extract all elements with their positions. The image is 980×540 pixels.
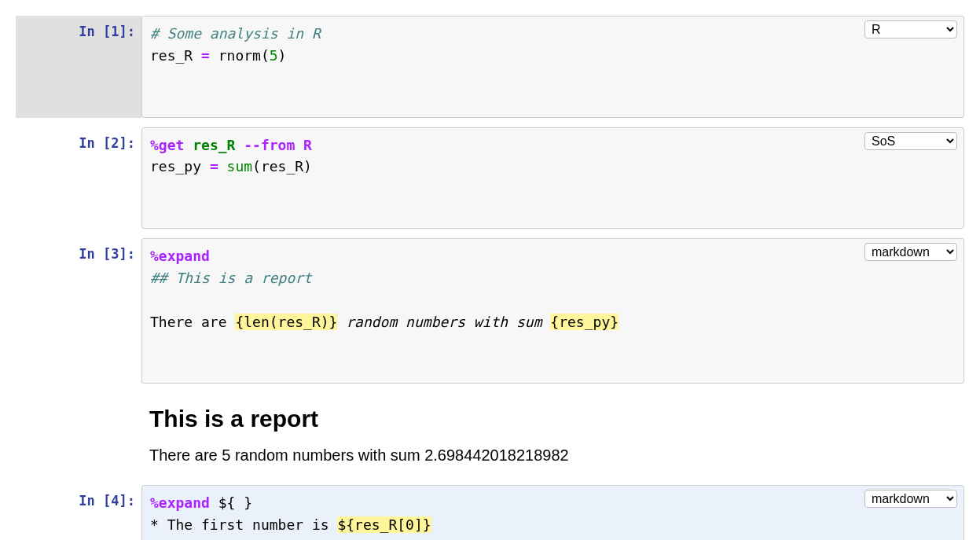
code-template-1: {len(res_R)}	[235, 314, 337, 330]
prompt-label: In [3]:	[16, 238, 141, 384]
code-lp: (	[252, 158, 261, 174]
code-magic: %get	[150, 137, 184, 153]
code-template: ${res_R[0]}	[337, 516, 431, 533]
code-rp: )	[303, 158, 312, 174]
code-input[interactable]: # Some analysis in R res_R = rnorm(5) R	[141, 16, 964, 118]
code-text-mid: random numbers with sum	[337, 314, 550, 330]
code-input[interactable]: %expand ## This is a report There are {l…	[141, 238, 964, 384]
code-magic: %expand	[150, 248, 210, 264]
code-eq: =	[201, 47, 210, 64]
code-text-pre: There are	[150, 314, 235, 330]
code-magic-flag: --from R	[244, 137, 312, 153]
prompt-label: In [4]:	[16, 485, 141, 540]
output-heading: This is a report	[149, 406, 956, 432]
code-comment: # Some analysis in R	[150, 25, 321, 42]
cell-1: In [1]: # Some analysis in R res_R = rno…	[16, 16, 964, 118]
code-func: rnorm	[218, 47, 261, 64]
code-md-heading: ## This is a report	[150, 270, 312, 286]
code-magic-var: res_R	[193, 137, 235, 153]
cell-2: In [2]: %get res_R --from R res_py = sum…	[16, 127, 964, 230]
code-var: res_R	[150, 47, 193, 64]
code-magic-arg: ${ }	[218, 494, 252, 511]
kernel-select[interactable]: R	[864, 20, 957, 39]
code-input[interactable]: %get res_R --from R res_py = sum(res_R) …	[141, 127, 964, 230]
code-rp: )	[278, 47, 287, 64]
output-text: There are 5 random numbers with sum 2.69…	[149, 446, 956, 465]
output-prompt	[16, 393, 141, 476]
kernel-select[interactable]: SoS	[864, 132, 957, 150]
code-eq: =	[210, 158, 218, 174]
prompt-label: In [1]:	[16, 16, 141, 118]
cell-3-output: This is a report There are 5 random numb…	[16, 393, 964, 476]
code-input[interactable]: %expand ${ } * The first number is ${res…	[141, 485, 964, 540]
cell-4: In [4]: %expand ${ } * The first number …	[16, 485, 964, 540]
markdown-output: This is a report There are 5 random numb…	[141, 393, 964, 476]
code-func: sum	[227, 158, 253, 174]
code-var: res_py	[150, 158, 201, 174]
kernel-select[interactable]: markdown	[864, 243, 957, 261]
code-text-pre: * The first number is	[150, 516, 337, 533]
prompt-label: In [2]:	[16, 127, 141, 230]
code-template-2: {res_py}	[550, 314, 618, 330]
code-arg: 5	[270, 47, 278, 64]
kernel-select[interactable]: markdown	[864, 490, 957, 508]
code-magic: %expand	[150, 494, 210, 511]
code-lp: (	[261, 47, 270, 64]
cell-3: In [3]: %expand ## This is a report Ther…	[16, 238, 964, 384]
code-arg: res_R	[261, 158, 303, 174]
